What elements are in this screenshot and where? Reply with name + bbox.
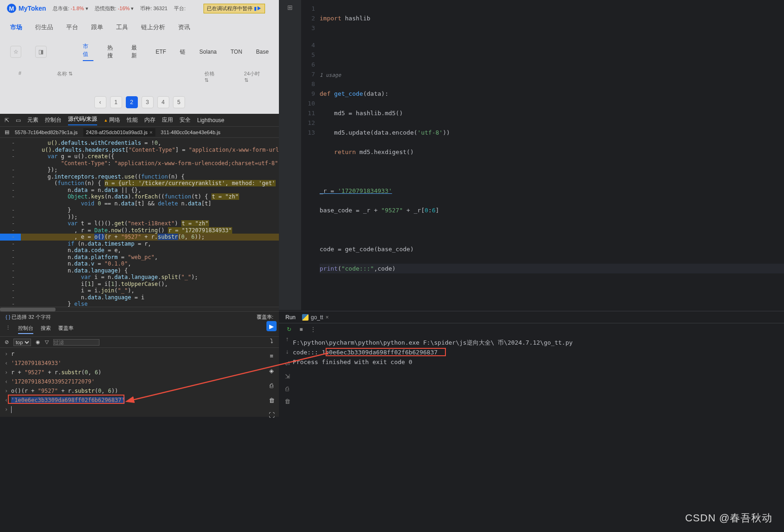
- inspect-icon[interactable]: ⇱: [5, 117, 9, 124]
- nav-platform[interactable]: 平台: [66, 23, 78, 31]
- page-tree-icon[interactable]: ▤: [5, 129, 9, 135]
- mytoken-logo[interactable]: M MyToken: [7, 4, 46, 13]
- console-output[interactable]: ›r ‹'1720791834933' ›r + "9527" + r.subs…: [0, 348, 279, 415]
- drawer-toggle-icon[interactable]: ⋮: [6, 325, 11, 334]
- logo-icon: M: [7, 4, 16, 13]
- sub-marketcap[interactable]: 市值: [83, 43, 93, 61]
- file-tab-2[interactable]: 2428-af25dcb010a99ad3.js×: [83, 128, 155, 136]
- up-arrow-icon[interactable]: ↑: [286, 335, 289, 342]
- run-side-toolbar: ↑ ↓ ⏎ ⇲ ⎙ 🗑: [281, 335, 293, 405]
- nav-tools[interactable]: 工具: [116, 23, 128, 31]
- nav-news[interactable]: 资讯: [178, 23, 190, 31]
- logo-text: MyToken: [19, 5, 46, 12]
- sub-solana[interactable]: Solana: [199, 49, 216, 55]
- drawer-coverage[interactable]: 覆盖率: [58, 325, 74, 334]
- page-1[interactable]: 1: [110, 96, 122, 108]
- page-4[interactable]: 4: [157, 96, 169, 108]
- clear-console-icon[interactable]: ⊘: [5, 339, 9, 345]
- browser-viewport: M MyToken 总市值: -1.8% ▾ 恐慌指数: -16% ▾ 币种: …: [0, 0, 279, 114]
- sub-ton[interactable]: TON: [230, 49, 242, 55]
- coverage-info: 覆盖率:: [257, 314, 273, 321]
- page-2[interactable]: 2: [126, 96, 138, 108]
- camera-icon[interactable]: ◨: [35, 46, 46, 58]
- nav-follow[interactable]: 跟单: [91, 23, 103, 31]
- python-file-icon: [302, 314, 309, 321]
- sub-hot[interactable]: 热搜: [107, 44, 117, 60]
- sub-base[interactable]: Base: [256, 49, 269, 55]
- scroll-end-icon[interactable]: ⇲: [285, 373, 290, 380]
- debug-paused-badge: 已在调试程序中暂停 ▮▶: [204, 4, 265, 13]
- python-editor[interactable]: import hashlib 1 usage def get_code(data…: [320, 0, 784, 310]
- ide-left-gutter: ⊞: [279, 0, 301, 310]
- layers-icon[interactable]: ≡: [266, 351, 277, 361]
- down-arrow-icon[interactable]: ↓: [286, 348, 289, 355]
- page-3[interactable]: 3: [142, 96, 154, 108]
- trash-icon[interactable]: 🗑: [284, 398, 290, 405]
- horizontal-scrollbar[interactable]: [0, 307, 279, 311]
- nav-onchain[interactable]: 链上分析: [141, 23, 165, 31]
- main-nav: 市场 衍生品 平台 跟单 工具 链上分析 资讯: [0, 17, 279, 38]
- tab-performance[interactable]: 性能: [127, 116, 138, 124]
- tab-console[interactable]: 控制台: [45, 116, 62, 124]
- page-5[interactable]: 5: [173, 96, 185, 108]
- stop-icon[interactable]: ■: [297, 326, 305, 333]
- file-tab-1[interactable]: 5578-7c164bed82b79c1a.js: [15, 130, 78, 135]
- line-number-gutter: 12345678910111213: [301, 0, 320, 310]
- nav-derivatives[interactable]: 衍生品: [35, 23, 53, 31]
- close-run-tab-icon[interactable]: ×: [326, 314, 329, 321]
- col-24h[interactable]: 24小时 ⇅: [244, 70, 260, 83]
- print-icon[interactable]: ⎙: [266, 380, 277, 390]
- trash-icon[interactable]: 🗑: [266, 395, 277, 405]
- context-select[interactable]: top: [13, 339, 31, 346]
- col-name[interactable]: 名称 ⇅: [57, 70, 85, 83]
- console-toolbar: ⊘ top ◉ ▽: [0, 337, 279, 348]
- source-status-bar: { } 已选择 32 个字符 覆盖率:: [0, 311, 279, 322]
- tab-lighthouse[interactable]: Lighthouse: [197, 117, 224, 124]
- csdn-watermark: CSDN @春吾秋动: [685, 511, 772, 525]
- structure-icon[interactable]: ⊞: [287, 4, 293, 11]
- close-icon[interactable]: ×: [149, 130, 152, 135]
- table-header: # 名称 ⇅ 价格 ⇅ 24小时 ⇅: [0, 66, 279, 88]
- tab-memory[interactable]: 内存: [144, 116, 155, 124]
- source-code-view[interactable]: - u().defaults.withCredentials = !0, - u…: [0, 138, 279, 307]
- snippets-icon[interactable]: ◈: [266, 365, 277, 376]
- expand-icon[interactable]: ⛶: [266, 410, 277, 420]
- drawer-console[interactable]: 控制台: [18, 325, 33, 334]
- resume-icon[interactable]: ▶: [266, 321, 277, 331]
- sub-chain[interactable]: 链: [180, 48, 185, 56]
- filter-input[interactable]: [53, 339, 99, 346]
- device-icon[interactable]: ▭: [16, 117, 21, 124]
- drawer-search[interactable]: 搜索: [41, 325, 51, 334]
- tab-security[interactable]: 安全: [179, 116, 191, 124]
- soft-wrap-icon[interactable]: ⏎: [285, 360, 290, 367]
- sub-etf[interactable]: ETF: [155, 49, 166, 55]
- col-price[interactable]: 价格 ⇅: [204, 70, 216, 83]
- more-icon[interactable]: ⋮: [309, 326, 317, 333]
- stat-total-cap: 总市值: -1.8% ▾: [53, 5, 88, 12]
- print-icon[interactable]: ⎙: [285, 385, 289, 392]
- tab-network[interactable]: 网络: [104, 116, 120, 124]
- page-prev[interactable]: ‹: [94, 96, 106, 108]
- file-tabs: ▤ 5578-7c164bed82b79c1a.js 2428-af25dcb0…: [0, 127, 279, 138]
- run-label: Run: [285, 314, 296, 321]
- stat-fear: 恐慌指数: -16% ▾: [95, 5, 134, 12]
- tab-elements[interactable]: 元素: [27, 116, 38, 124]
- run-console-output[interactable]: F:\python\pycharm\python\python.exe F:\s…: [279, 335, 784, 369]
- nav-market[interactable]: 市场: [10, 23, 22, 31]
- step-over-icon[interactable]: ⤵: [266, 336, 277, 346]
- debugger-controls: ▶ ⤵ ≡ ◈ ⎙ 🗑 ⛶: [266, 321, 277, 420]
- run-tab-go-tt[interactable]: go_tt ×: [302, 314, 329, 321]
- file-tab-3[interactable]: 311-480cc0c4ae43e64b.js: [161, 130, 221, 135]
- tab-sources[interactable]: 源代码/来源: [68, 115, 97, 125]
- sub-new[interactable]: 最新: [131, 44, 142, 60]
- drawer-tabs: ⋮ 控制台 搜索 覆盖率: [0, 322, 279, 337]
- col-num[interactable]: #: [19, 70, 29, 83]
- devtools-tabs: ⇱ ▭ 元素 控制台 源代码/来源 网络 性能 内存 应用 安全 Lightho…: [0, 114, 279, 127]
- rerun-icon[interactable]: ↻: [285, 326, 293, 333]
- devtools-panel: ⇱ ▭ 元素 控制台 源代码/来源 网络 性能 内存 应用 安全 Lightho…: [0, 114, 279, 417]
- eye-icon[interactable]: ◉: [36, 339, 40, 345]
- selection-info: 已选择 32 个字符: [12, 314, 50, 320]
- star-icon[interactable]: ☆: [10, 46, 21, 58]
- tab-application[interactable]: 应用: [162, 116, 173, 124]
- filter-icon[interactable]: ▽: [45, 339, 49, 345]
